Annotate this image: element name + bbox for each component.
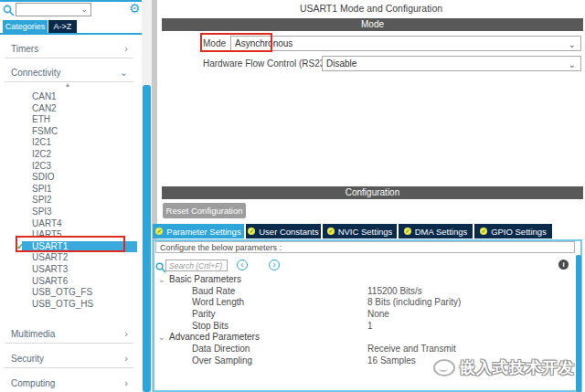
group-basic-parameters[interactable]: ⌄ Basic Parameters — [156, 274, 573, 286]
list-item-can1[interactable]: CAN1 — [0, 91, 137, 103]
hw-flow-control-label: Hardware Flow Control (RS232) — [203, 58, 333, 69]
peripheral-list: CAN1 CAN2 ETH FSMC I2C1 I2C2 I2C3 SDIO S… — [0, 91, 137, 310]
sidebar-section-connectivity[interactable]: Connectivity ⌄ — [5, 64, 133, 82]
param-row-data-direction[interactable]: Data Direction Receive and Transmit — [156, 344, 573, 355]
tab-dma-settings[interactable]: ✓ DMA Settings — [399, 224, 473, 238]
stm32cubemx-peripheral-config-screen: ⌄ ⚙ Categories A->Z Timers › Connectivit… — [0, 0, 585, 392]
param-value[interactable]: None — [367, 309, 389, 321]
section-label: Security — [11, 354, 44, 364]
mode-section-header: Mode — [162, 18, 583, 31]
mode-select-value: Asynchronous — [235, 38, 292, 48]
chevron-down-icon: ⌄ — [120, 67, 128, 79]
list-item-usart6[interactable]: USART6 — [0, 276, 137, 288]
tab-label: DMA Settings — [415, 227, 468, 237]
tab-categories[interactable]: Categories — [3, 20, 48, 33]
parameters-scrollbar-thumb[interactable] — [576, 255, 581, 392]
param-value[interactable]: 16 Samples — [367, 355, 416, 367]
param-label: Baud Rate — [192, 286, 235, 296]
sidebar-scrollbar-thumb[interactable] — [143, 85, 151, 392]
status-dot-icon: ✓ — [480, 228, 487, 235]
list-item-can2[interactable]: CAN2 — [0, 103, 137, 115]
list-scroll-up-icon[interactable]: ▴ — [60, 80, 75, 89]
list-item-usb-otg-hs[interactable]: USB_OTG_HS — [0, 299, 137, 311]
param-row-stop-bits[interactable]: Stop Bits 1 — [156, 321, 573, 333]
list-item-spi3[interactable]: SPI3 — [0, 207, 137, 218]
tab-gpio-settings[interactable]: ✓ GPIO Settings — [474, 224, 552, 238]
status-dot-icon: ✓ — [327, 228, 335, 235]
info-icon[interactable]: i — [558, 260, 569, 270]
chevron-down-icon: ⌄ — [158, 332, 165, 344]
tab-user-constants[interactable]: ✓ User Constants — [246, 224, 321, 238]
list-item-uart5[interactable]: UART5 — [0, 229, 137, 241]
list-item-usart3[interactable]: USART3 — [0, 264, 137, 276]
param-value[interactable]: 115200 Bits/s — [367, 286, 422, 298]
peripheral-search-combobox[interactable]: ⌄ — [16, 3, 91, 16]
list-item-i2c3[interactable]: I2C3 — [0, 161, 137, 173]
param-label: Over Sampling — [192, 355, 252, 366]
chevron-right-icon: › — [124, 43, 128, 54]
list-item-eth[interactable]: ETH — [0, 114, 137, 126]
chevron-right-icon: › — [124, 353, 128, 364]
status-dot-icon: ✓ — [248, 228, 255, 235]
param-label: Data Direction — [192, 344, 250, 354]
parameter-search-input[interactable]: Search (Crtl+F) — [165, 260, 228, 271]
sidebar-section-security[interactable]: Security › — [5, 350, 133, 368]
settings-gear-icon[interactable]: ⚙ — [129, 0, 141, 16]
list-item-fsmc[interactable]: FSMC — [0, 126, 137, 138]
sidebar-tabs-underline — [0, 33, 142, 35]
hw-flow-control-select[interactable]: Disable ⌄ — [322, 56, 581, 71]
sidebar-section-computing[interactable]: Computing › — [5, 375, 133, 392]
list-item-usb-otg-fs[interactable]: USB_OTG_FS — [0, 287, 137, 299]
param-label: Parity — [192, 309, 216, 319]
param-label: Stop Bits — [192, 321, 229, 331]
param-value[interactable]: Receive and Transmit — [367, 344, 456, 355]
section-label: Multimedia — [11, 329, 55, 339]
search-next-button[interactable]: › — [269, 260, 280, 270]
list-item-label: USART1 — [32, 241, 68, 251]
chevron-down-icon: ⌄ — [158, 274, 165, 286]
tab-label: Parameter Settings — [166, 227, 240, 237]
parameter-tree: ⌄ Basic Parameters Baud Rate 115200 Bits… — [156, 274, 573, 367]
tab-label: NVIC Settings — [338, 227, 393, 237]
param-row-word-length[interactable]: Word Length 8 Bits (including Parity) — [156, 297, 573, 309]
param-row-baud-rate[interactable]: Baud Rate 115200 Bits/s — [156, 286, 573, 298]
search-previous-button[interactable]: ‹ — [237, 260, 248, 270]
tab-nvic-settings[interactable]: ✓ NVIC Settings — [323, 224, 397, 238]
group-name: Advanced Parameters — [169, 332, 260, 342]
mode-label: Mode — [203, 38, 226, 48]
param-value[interactable]: 1 — [367, 321, 373, 333]
reset-configuration-button[interactable]: Reset Configuration — [163, 203, 246, 218]
search-icon — [3, 4, 15, 20]
watermark-text: 嵌入式技术开发 — [460, 357, 575, 378]
configure-parameters-banner: Configure the below parameters : — [155, 241, 575, 253]
group-advanced-parameters[interactable]: ⌄ Advanced Parameters — [156, 332, 573, 344]
list-item-sdio[interactable]: SDIO — [0, 172, 137, 184]
status-dot-icon: ✓ — [404, 228, 411, 235]
watermark: 嵌入式技术开发 — [433, 357, 575, 378]
chevron-down-icon: ⌄ — [569, 58, 576, 71]
section-label: Connectivity — [11, 68, 60, 78]
list-item-i2c1[interactable]: I2C1 — [0, 137, 137, 149]
sidebar-section-timers[interactable]: Timers › — [5, 40, 133, 58]
param-row-parity[interactable]: Parity None — [156, 309, 573, 321]
sidebar-section-multimedia[interactable]: Multimedia › — [5, 325, 133, 344]
list-item-usart2[interactable]: USART2 — [0, 252, 137, 264]
mode-select[interactable]: Asynchronous ⌄ — [230, 36, 581, 51]
chevron-down-icon: ⌄ — [80, 5, 88, 14]
param-value[interactable]: 8 Bits (including Parity) — [367, 297, 461, 309]
tab-label: User Constants — [259, 227, 318, 237]
page-title: USART1 Mode and Configuration — [157, 0, 585, 16]
watermark-logo — [433, 359, 455, 376]
tab-parameter-settings[interactable]: ✓ Parameter Settings — [153, 224, 244, 238]
chevron-right-icon: › — [124, 328, 128, 339]
list-item-i2c2[interactable]: I2C2 — [0, 149, 137, 161]
list-item-uart4[interactable]: UART4 — [0, 218, 137, 230]
tab-a-to-z[interactable]: A->Z — [48, 20, 77, 33]
configuration-section-header: Configuration — [162, 186, 583, 199]
section-label: Computing — [11, 378, 55, 388]
list-item-spi2[interactable]: SPI2 — [0, 195, 137, 207]
list-item-usart1-selected[interactable]: ✓ USART1 — [22, 241, 137, 253]
chevron-right-icon: › — [124, 377, 128, 388]
list-item-spi1[interactable]: SPI1 — [0, 184, 137, 196]
section-label: Timers — [11, 44, 38, 54]
